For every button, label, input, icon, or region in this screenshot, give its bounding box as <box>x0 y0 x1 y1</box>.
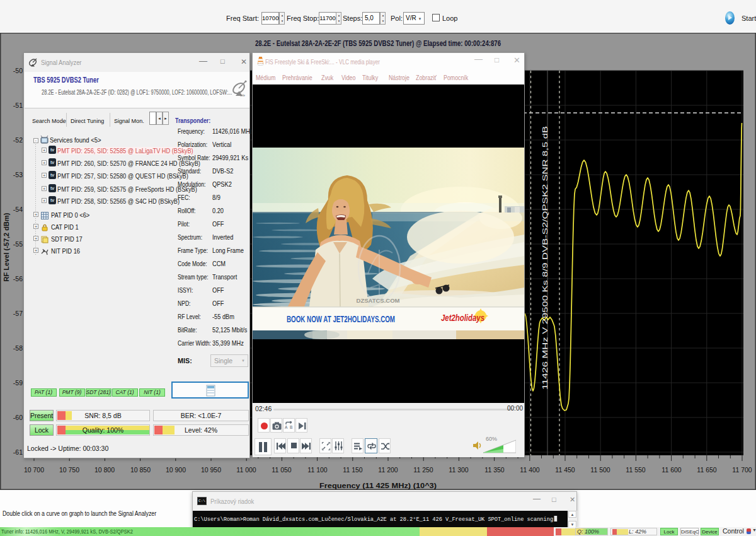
svg-text:RF Level (-57,2 dBm): RF Level (-57,2 dBm) <box>3 213 10 281</box>
svg-text:11 350: 11 350 <box>484 466 504 474</box>
svg-text:10 750: 10 750 <box>59 466 79 474</box>
svg-text:11 650: 11 650 <box>697 466 716 474</box>
svg-text:-54: -54 <box>13 206 23 213</box>
svg-text:-52: -52 <box>13 136 23 144</box>
svg-text:Frequency (11 425 MHz) (10^3): Frequency (11 425 MHz) (10^3) <box>319 482 437 489</box>
svg-text:11 450: 11 450 <box>555 466 575 474</box>
svg-text:A: A <box>285 425 288 429</box>
svg-text:11 700: 11 700 <box>732 466 752 474</box>
svg-text:10 900: 10 900 <box>166 466 186 474</box>
svg-text:10 800: 10 800 <box>94 466 115 474</box>
svg-text:B: B <box>290 425 292 429</box>
svg-text:-55: -55 <box>13 240 23 248</box>
svg-text:28.2E - Eutelsat 28A-2A-2E-2F: 28.2E - Eutelsat 28A-2A-2E-2F (TBS 5925 … <box>255 39 501 48</box>
svg-text:10 850: 10 850 <box>130 466 151 474</box>
svg-text:11 250: 11 250 <box>413 466 433 474</box>
svg-text:11 300: 11 300 <box>449 466 468 474</box>
svg-text:11 000: 11 000 <box>236 466 256 474</box>
svg-text:10 950: 10 950 <box>201 466 221 474</box>
svg-text:11 550: 11 550 <box>626 466 645 474</box>
svg-text:11426 MHz V 29500 Ks 8/9 DVB-S: 11426 MHz V 29500 Ks 8/9 DVB-S2/QPSK2 SN… <box>541 126 549 390</box>
svg-text:-59: -59 <box>13 379 23 387</box>
svg-text:11 500: 11 500 <box>590 466 610 474</box>
svg-text:11 100: 11 100 <box>307 466 327 474</box>
svg-text:DZSATCS.COM: DZSATCS.COM <box>357 297 400 304</box>
svg-text:BOOK NOW AT JET2HOLIDAYS.COM: BOOK NOW AT JET2HOLIDAYS.COM <box>287 313 395 324</box>
svg-text:-57: -57 <box>13 310 23 317</box>
svg-text:-51: -51 <box>13 102 23 109</box>
svg-text:-53: -53 <box>13 171 23 178</box>
svg-text:10 700: 10 700 <box>24 466 44 474</box>
svg-text:11 400: 11 400 <box>520 466 539 474</box>
svg-text:-61: -61 <box>13 448 23 456</box>
svg-text:11 200: 11 200 <box>378 466 398 474</box>
svg-text:11 600: 11 600 <box>662 466 681 474</box>
svg-text:-58: -58 <box>13 344 23 352</box>
svg-text:tele: tele <box>240 93 245 97</box>
svg-text:Jet2holidays: Jet2holidays <box>441 313 484 323</box>
svg-text:-50: -50 <box>13 67 23 74</box>
svg-text:11 050: 11 050 <box>272 466 291 474</box>
svg-text:-56: -56 <box>13 275 23 283</box>
svg-text:-60: -60 <box>13 414 23 421</box>
svg-text:11 150: 11 150 <box>343 466 362 474</box>
